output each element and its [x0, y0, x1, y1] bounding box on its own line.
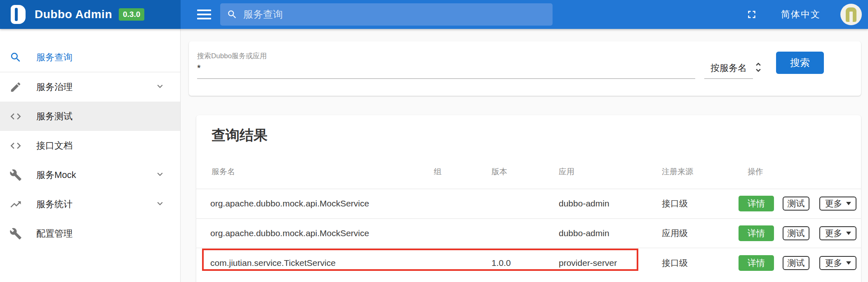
actions-cell: 详情 测试 更多 — [738, 255, 861, 271]
caret-down-icon — [846, 202, 851, 205]
sidebar-item-label: 服务统计 — [36, 198, 73, 211]
main-content: 搜索Dubbo服务或应用 * 按服务名 搜索 查询结果 服务名 组 版本 应用 … — [181, 29, 868, 282]
menu-icon[interactable] — [197, 9, 211, 19]
application-cell: dubbo-admin — [559, 199, 662, 209]
application-cell: provider-server — [559, 258, 662, 268]
toolbar: 服务查询 简体中文 — [181, 0, 868, 29]
sidebar-item-label: 接口文档 — [36, 140, 73, 152]
sidebar-item-config-management[interactable]: 配置管理 — [0, 219, 180, 248]
registry-source-cell: 接口级 — [662, 198, 738, 209]
table-row: org.apache.dubbo.mock.api.MockService du… — [196, 189, 861, 218]
detail-button[interactable]: 详情 — [739, 196, 774, 211]
sidebar-item-service-search[interactable]: 服务查询 — [0, 43, 180, 72]
sidebar-item-service-mock[interactable]: 服务Mock — [0, 160, 180, 190]
service-name-cell: org.apache.dubbo.mock.api.MockService — [196, 228, 434, 238]
column-header-registry: 注册来源 — [662, 166, 738, 189]
column-header-service: 服务名 — [196, 166, 434, 189]
search-input-underline — [197, 78, 695, 79]
avatar[interactable] — [840, 4, 862, 25]
detail-button[interactable]: 详情 — [739, 255, 774, 271]
search-type-select[interactable]: 按服务名 — [704, 62, 753, 74]
chevron-down-icon — [155, 198, 165, 211]
sidebar-item-label: 配置管理 — [36, 227, 73, 240]
test-button[interactable]: 测试 — [783, 197, 809, 211]
more-dropdown-button[interactable]: 更多 — [819, 197, 856, 211]
registry-source-cell: 接口级 — [662, 257, 738, 269]
more-dropdown-button[interactable]: 更多 — [819, 256, 856, 270]
wrench-icon — [9, 227, 23, 241]
dubbo-logo-icon — [11, 5, 26, 24]
actions-cell: 详情 测试 更多 — [738, 225, 861, 241]
search-icon — [227, 9, 238, 20]
logo-area: Dubbo Admin 0.3.0 — [0, 0, 181, 29]
fullscreen-icon[interactable] — [746, 8, 758, 21]
service-name-cell: com.jiutian.service.TicketService — [196, 258, 434, 268]
version-cell: 1.0.0 — [492, 258, 559, 268]
search-field-label: 搜索Dubbo服务或应用 — [197, 51, 267, 61]
version-badge: 0.3.0 — [119, 8, 144, 21]
chevron-down-icon — [155, 81, 165, 93]
table-header-row: 服务名 组 版本 应用 注册来源 操作 — [196, 145, 861, 189]
sidebar: 服务查询 服务治理 服务测试 接口文档 — [0, 29, 181, 282]
select-underline — [704, 78, 753, 79]
test-button[interactable]: 测试 — [783, 226, 809, 240]
service-name-cell: org.apache.dubbo.mock.api.MockService — [196, 199, 434, 209]
table-row-highlighted: com.jiutian.service.TicketService 1.0.0 … — [196, 248, 861, 277]
code-icon — [9, 109, 23, 123]
detail-button[interactable]: 详情 — [739, 225, 774, 241]
sidebar-item-service-governance[interactable]: 服务治理 — [0, 72, 180, 102]
code-icon — [9, 139, 23, 153]
more-dropdown-button[interactable]: 更多 — [819, 226, 856, 240]
sidebar-item-label: 服务治理 — [36, 81, 73, 93]
sidebar-item-service-metrics[interactable]: 服务统计 — [0, 190, 180, 219]
registry-source-cell: 应用级 — [662, 227, 738, 239]
caret-down-icon — [846, 232, 851, 235]
app-title: Dubbo Admin — [35, 8, 112, 21]
search-icon — [9, 50, 23, 64]
sidebar-item-label: 服务测试 — [36, 110, 73, 123]
sidebar-item-label: 服务查询 — [36, 51, 73, 64]
wrench-icon — [9, 168, 23, 182]
test-button[interactable]: 测试 — [783, 256, 809, 270]
more-label: 更多 — [825, 257, 842, 269]
more-label: 更多 — [825, 227, 842, 239]
chevron-down-icon — [155, 169, 165, 181]
column-header-version: 版本 — [492, 166, 559, 189]
results-panel: 查询结果 服务名 组 版本 应用 注册来源 操作 org.apache.dubb… — [196, 115, 861, 282]
column-header-app: 应用 — [559, 166, 662, 189]
actions-cell: 详情 测试 更多 — [738, 196, 861, 211]
column-header-actions: 操作 — [738, 166, 861, 189]
application-cell: dubbo-admin — [559, 228, 662, 238]
top-search-placeholder: 服务查询 — [243, 8, 283, 21]
unfold-more-icon[interactable] — [752, 60, 764, 74]
pencil-icon — [9, 80, 23, 94]
app-bar: Dubbo Admin 0.3.0 服务查询 简体中文 — [0, 0, 868, 29]
table-row: org.apache.dubbo.mock.api.MockService du… — [196, 218, 861, 248]
results-title: 查询结果 — [196, 115, 861, 145]
search-button[interactable]: 搜索 — [776, 52, 824, 74]
search-panel: 搜索Dubbo服务或应用 * 按服务名 搜索 — [189, 41, 861, 96]
sidebar-item-label: 服务Mock — [36, 169, 76, 181]
language-switcher[interactable]: 简体中文 — [781, 8, 821, 21]
search-input[interactable]: * — [197, 63, 201, 73]
sidebar-item-service-test[interactable]: 服务测试 — [0, 102, 180, 131]
trending-icon — [9, 197, 23, 211]
caret-down-icon — [846, 261, 851, 265]
column-header-group: 组 — [434, 166, 492, 189]
top-search-input[interactable]: 服务查询 — [220, 3, 553, 26]
more-label: 更多 — [825, 198, 842, 209]
sidebar-item-api-docs[interactable]: 接口文档 — [0, 131, 180, 160]
